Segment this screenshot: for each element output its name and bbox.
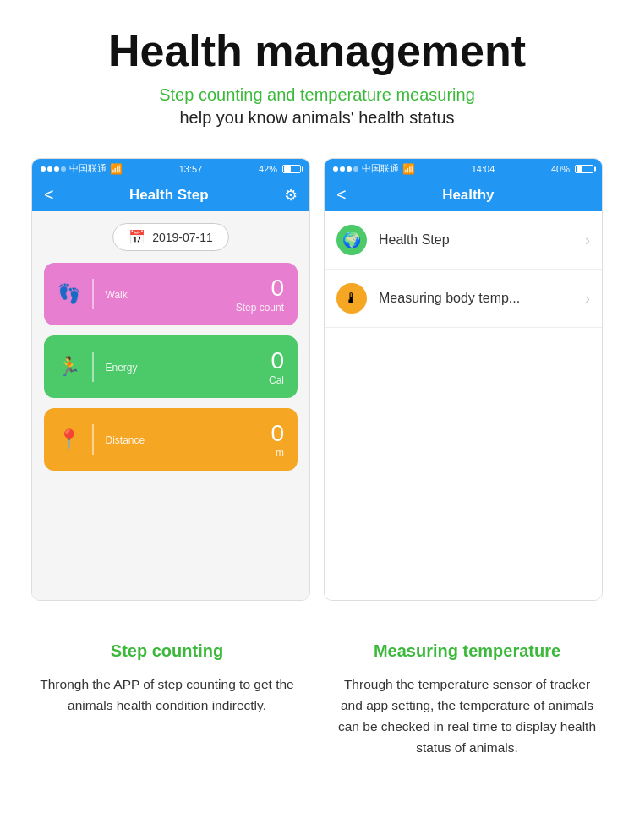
battery-bar-left xyxy=(282,165,301,173)
distance-icon: 📍 xyxy=(57,428,80,450)
dot1r xyxy=(333,166,338,172)
bottom-col-temperature: Measuring temperature Through the temper… xyxy=(317,641,617,758)
dot3r xyxy=(347,166,352,172)
carrier-right: 中国联通 xyxy=(362,162,399,175)
date-box[interactable]: 📅 2019-07-11 xyxy=(112,223,229,251)
walk-unit: Step count xyxy=(236,302,284,314)
date-value: 2019-07-11 xyxy=(152,231,213,244)
step-counting-text: Throngh the APP of step counting to get … xyxy=(34,674,300,717)
battery-text-right: 40% xyxy=(551,164,570,174)
phone-body-right: 🌍 Health Step › 🌡 Measuring body temp...… xyxy=(325,211,602,600)
metric-right-distance: 0 m xyxy=(271,420,284,459)
energy-value: 0 xyxy=(269,347,284,374)
walk-value: 0 xyxy=(236,275,284,302)
dot4r xyxy=(353,166,358,172)
battery-fill-left xyxy=(284,166,291,172)
metric-left-energy: 🏃 Energy xyxy=(57,352,138,382)
phone-body-left: 📅 2019-07-11 👣 Walk 0 Step count xyxy=(32,211,309,600)
carrier-left: 中国联通 xyxy=(69,162,107,175)
metric-card-walk: 👣 Walk 0 Step count xyxy=(44,263,298,325)
metric-right-energy: 0 Cal xyxy=(269,347,284,386)
dot2r xyxy=(340,166,345,172)
body-temp-icon: 🌡 xyxy=(336,283,367,314)
status-right-left: 42% xyxy=(259,164,301,174)
settings-icon-left[interactable]: ⚙ xyxy=(284,186,298,205)
metric-right-walk: 0 Step count xyxy=(236,275,284,314)
subtitle-black: help you know animals' health status xyxy=(34,108,600,128)
divider-walk xyxy=(92,279,94,309)
phone-right: 中国联通 📶 14:04 40% < Healthy 🌍 xyxy=(324,158,603,601)
distance-label: Distance xyxy=(106,434,145,446)
distance-unit: m xyxy=(271,447,284,459)
phone-left: 中国联通 📶 13:57 42% < Health Step ⚙ 📅 xyxy=(31,158,310,601)
measuring-temperature-text: Through the temperature sensor of tracke… xyxy=(334,674,600,758)
list-item-health-step[interactable]: 🌍 Health Step › xyxy=(325,211,602,270)
energy-unit: Cal xyxy=(269,374,284,386)
signal-dots-right xyxy=(333,166,358,172)
time-right: 14:04 xyxy=(472,164,495,174)
chevron-right-icon-temp: › xyxy=(585,290,590,308)
bottom-col-step-counting: Step counting Throngh the APP of step co… xyxy=(17,641,317,758)
divider-distance xyxy=(92,424,94,455)
battery-bar-right xyxy=(575,165,593,173)
calendar-icon: 📅 xyxy=(128,229,145,245)
signal-dots xyxy=(41,166,66,172)
chevron-right-icon-step: › xyxy=(585,232,590,249)
health-step-label: Health Step xyxy=(379,232,585,248)
page-header: Health management Step counting and temp… xyxy=(0,0,634,141)
walk-icon: 👣 xyxy=(57,283,80,305)
dot3 xyxy=(54,166,59,172)
wifi-icon-left: 📶 xyxy=(110,163,123,175)
status-left: 中国联通 📶 xyxy=(41,162,123,175)
dot4 xyxy=(61,166,66,172)
back-button-right[interactable]: < xyxy=(336,185,347,205)
nav-bar-right: < Healthy xyxy=(325,178,602,211)
step-counting-title: Step counting xyxy=(34,641,300,661)
body-temp-label: Measuring body temp... xyxy=(379,291,585,306)
back-button-left[interactable]: < xyxy=(44,185,54,205)
measuring-temperature-title: Measuring temperature xyxy=(334,641,600,661)
list-item-body-temp[interactable]: 🌡 Measuring body temp... › xyxy=(325,270,602,328)
nav-title-left: Health Step xyxy=(129,187,209,204)
divider-energy xyxy=(92,352,94,382)
nav-bar-left: < Health Step ⚙ xyxy=(32,178,309,211)
status-bar-left: 中国联通 📶 13:57 42% xyxy=(32,159,309,178)
metric-card-distance: 📍 Distance 0 m xyxy=(44,408,298,471)
metric-left-walk: 👣 Walk xyxy=(57,279,128,309)
bottom-section: Step counting Throngh the APP of step co… xyxy=(0,618,634,783)
phones-row: 中国联通 📶 13:57 42% < Health Step ⚙ 📅 xyxy=(0,141,634,618)
health-step-icon: 🌍 xyxy=(336,225,367,255)
status-left-right: 中国联通 📶 xyxy=(333,162,415,175)
energy-label: Energy xyxy=(106,362,138,374)
wifi-icon-right: 📶 xyxy=(402,163,415,175)
status-bar-right: 中国联通 📶 14:04 40% xyxy=(325,159,602,178)
metric-left-distance: 📍 Distance xyxy=(57,424,145,455)
energy-icon: 🏃 xyxy=(57,356,80,378)
date-picker[interactable]: 📅 2019-07-11 xyxy=(44,223,298,251)
battery-text-left: 42% xyxy=(259,164,277,174)
time-left: 13:57 xyxy=(179,164,203,174)
battery-fill-right xyxy=(577,166,582,172)
subtitle-green: Step counting and temperature measuring xyxy=(34,85,600,105)
health-step-icon-symbol: 🌍 xyxy=(342,231,361,249)
status-right-right: 40% xyxy=(551,164,593,174)
dot2 xyxy=(47,166,52,172)
dot1 xyxy=(41,166,46,172)
page-title: Health management xyxy=(34,27,600,75)
metric-card-energy: 🏃 Energy 0 Cal xyxy=(44,335,298,398)
body-temp-icon-symbol: 🌡 xyxy=(344,290,359,308)
nav-title-right: Healthy xyxy=(442,187,494,204)
walk-label: Walk xyxy=(106,289,128,301)
distance-value: 0 xyxy=(271,420,284,447)
